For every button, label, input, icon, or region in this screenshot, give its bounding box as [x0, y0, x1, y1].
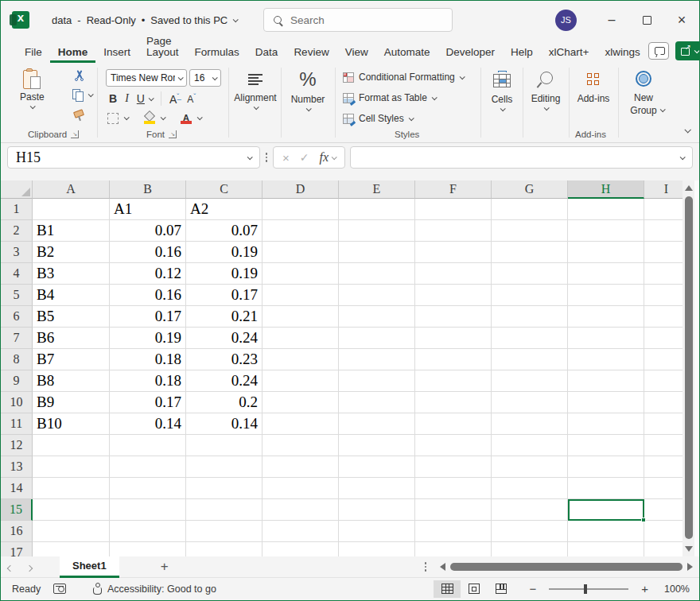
cell-F10[interactable]: [415, 392, 492, 413]
cell-G13[interactable]: [492, 456, 568, 478]
row-header-1[interactable]: 1: [1, 199, 33, 220]
cell-F6[interactable]: [415, 306, 492, 328]
cell-D1[interactable]: [262, 199, 339, 220]
cell-H9[interactable]: [568, 370, 644, 392]
underline-dropdown-icon[interactable]: [149, 95, 154, 101]
cell-B3[interactable]: 0.16: [110, 242, 186, 263]
ribbon-tab-automate[interactable]: Automate: [376, 47, 438, 64]
row-header-11[interactable]: 11: [1, 413, 33, 435]
cell-C6[interactable]: 0.21: [186, 306, 262, 328]
row-header-9[interactable]: 9: [1, 370, 33, 392]
row-header-16[interactable]: 16: [1, 521, 33, 542]
row-header-6[interactable]: 6: [1, 306, 33, 328]
cell-E13[interactable]: [339, 456, 415, 478]
page-layout-view-button[interactable]: [461, 580, 488, 598]
cell-D2[interactable]: [262, 220, 339, 242]
cell-F16[interactable]: [415, 521, 492, 542]
cell-B7[interactable]: 0.19: [110, 328, 186, 349]
format-as-table-button[interactable]: Format as Table: [343, 92, 436, 103]
borders-button[interactable]: [107, 113, 119, 124]
saved-dropdown-icon[interactable]: [233, 17, 239, 22]
row-header-3[interactable]: 3: [1, 242, 33, 263]
cell-E15[interactable]: [339, 499, 415, 521]
cell-F14[interactable]: [415, 478, 492, 499]
ribbon-tab-xlchart-[interactable]: xlChart+: [541, 47, 597, 64]
cell-G12[interactable]: [492, 435, 568, 456]
add-sheet-button[interactable]: +: [161, 559, 169, 575]
cell-E14[interactable]: [339, 478, 415, 499]
cell-F7[interactable]: [415, 328, 492, 349]
cell-B10[interactable]: 0.17: [110, 392, 186, 413]
cell-B1[interactable]: A1: [110, 199, 186, 220]
cell-C7[interactable]: 0.24: [186, 328, 262, 349]
cell-H17[interactable]: [568, 542, 644, 556]
borders-dropdown-icon[interactable]: [124, 114, 130, 120]
cell-G16[interactable]: [492, 521, 568, 542]
cell-F17[interactable]: [415, 542, 492, 556]
row-header-13[interactable]: 13: [1, 456, 33, 478]
scroll-right-icon[interactable]: [687, 563, 693, 571]
row-header-10[interactable]: 10: [1, 392, 33, 413]
cell-E6[interactable]: [339, 306, 415, 328]
cell-D5[interactable]: [262, 285, 339, 306]
comments-button[interactable]: [648, 42, 669, 60]
cell-C17[interactable]: [186, 542, 262, 556]
cell-B16[interactable]: [110, 521, 186, 542]
cell-A16[interactable]: [33, 521, 110, 542]
row-header-5[interactable]: 5: [1, 285, 33, 306]
scroll-up-icon[interactable]: [685, 185, 693, 191]
formula-expand-icon[interactable]: [680, 154, 686, 160]
column-header-H[interactable]: H: [568, 180, 644, 199]
row-header-7[interactable]: 7: [1, 328, 33, 349]
cell-B6[interactable]: 0.17: [110, 306, 186, 328]
column-header-A[interactable]: A: [33, 180, 110, 199]
cell-H7[interactable]: [568, 328, 644, 349]
cell-A8[interactable]: B7: [33, 349, 110, 370]
cell-G2[interactable]: [492, 220, 568, 242]
cell-D7[interactable]: [262, 328, 339, 349]
cell-E2[interactable]: [339, 220, 415, 242]
conditional-formatting-button[interactable]: Conditional Formatting: [343, 72, 464, 83]
cells-button[interactable]: Cells: [484, 71, 519, 111]
cell-C14[interactable]: [186, 478, 262, 499]
cell-H6[interactable]: [568, 306, 644, 328]
user-avatar[interactable]: JS: [555, 10, 577, 31]
cell-E12[interactable]: [339, 435, 415, 456]
cell-D14[interactable]: [262, 478, 339, 499]
cell-F13[interactable]: [415, 456, 492, 478]
zoom-slider[interactable]: [549, 588, 628, 590]
ribbon-tab-home[interactable]: Home: [50, 47, 96, 64]
cell-E10[interactable]: [339, 392, 415, 413]
cell-D4[interactable]: [262, 263, 339, 285]
cell-B13[interactable]: [110, 456, 186, 478]
ribbon-tab-help[interactable]: Help: [503, 47, 541, 64]
cell-F1[interactable]: [415, 199, 492, 220]
cell-E7[interactable]: [339, 328, 415, 349]
cell-E11[interactable]: [339, 413, 415, 435]
ribbon-tab-insert[interactable]: Insert: [95, 47, 138, 64]
maximize-button[interactable]: [629, 1, 664, 39]
cell-H11[interactable]: [568, 413, 644, 435]
cell-H10[interactable]: [568, 392, 644, 413]
grow-font-button[interactable]: Aˇ̲: [169, 92, 179, 106]
paste-button[interactable]: Paste: [20, 68, 45, 109]
cell-F8[interactable]: [415, 349, 492, 370]
cell-C15[interactable]: [186, 499, 262, 521]
cell-A17[interactable]: [33, 542, 110, 556]
ribbon-tab-developer[interactable]: Developer: [438, 47, 503, 64]
cell-A5[interactable]: B4: [33, 285, 110, 306]
font-name-combo[interactable]: Times New Rom: [106, 69, 187, 87]
accessibility-status[interactable]: Accessibility: Good to go: [107, 584, 216, 595]
shrink-font-button[interactable]: Aˇ: [187, 92, 196, 105]
insert-function-button[interactable]: fx: [320, 150, 336, 165]
zoom-level[interactable]: 100%: [656, 584, 690, 595]
column-header-B[interactable]: B: [110, 180, 186, 199]
cell-E9[interactable]: [339, 370, 415, 392]
cell-D12[interactable]: [262, 435, 339, 456]
cell-D10[interactable]: [262, 392, 339, 413]
cell-B4[interactable]: 0.12: [110, 263, 186, 285]
next-sheet-button[interactable]: [20, 560, 39, 574]
cell-G5[interactable]: [492, 285, 568, 306]
cell-C10[interactable]: 0.2: [186, 392, 262, 413]
cell-A2[interactable]: B1: [33, 220, 110, 242]
